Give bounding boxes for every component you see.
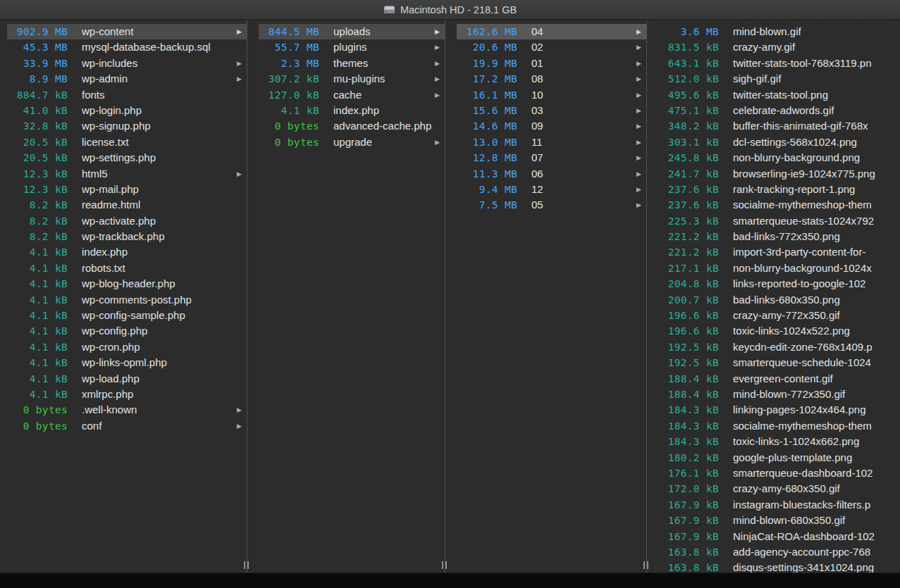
disclosure-triangle-icon[interactable]: ▶ — [636, 118, 641, 134]
disclosure-triangle-icon[interactable]: ▶ — [435, 24, 440, 39]
file-row[interactable]: 2.3 MBthemes▶ — [259, 56, 445, 71]
file-row[interactable]: 55.7 MBplugins▶ — [259, 39, 445, 55]
disclosure-triangle-icon[interactable]: ▶ — [636, 135, 641, 150]
file-row[interactable]: 0 bytesadvanced-cache.php — [259, 118, 445, 134]
column-resize-handle[interactable] — [244, 561, 249, 569]
file-row[interactable]: 4.1 kBwp-load.php — [7, 371, 247, 387]
file-row[interactable]: 184.3 kBsocialme-mythemeshop-them — [658, 418, 900, 434]
disclosure-triangle-icon[interactable]: ▶ — [435, 39, 440, 55]
disclosure-triangle-icon[interactable]: ▶ — [435, 135, 440, 150]
file-row[interactable]: 180.2 kBgoogle-plus-template.png — [658, 450, 900, 465]
disclosure-triangle-icon[interactable]: ▶ — [636, 56, 641, 71]
disclosure-triangle-icon[interactable]: ▶ — [435, 56, 440, 71]
file-row[interactable]: 163.8 kBdisqus-settings-341x1024.png — [658, 560, 900, 573]
file-row[interactable]: 8.2 kBreadme.html — [7, 197, 247, 213]
disclosure-triangle-icon[interactable]: ▶ — [636, 71, 641, 87]
file-row[interactable]: 184.3 kBlinking-pages-1024x464.png — [658, 402, 900, 418]
file-row[interactable]: 221.2 kBimport-3rd-party-content-for- — [658, 244, 900, 260]
disclosure-triangle-icon[interactable]: ▶ — [636, 24, 641, 39]
file-row[interactable]: 19.9 MB01▶ — [457, 56, 646, 71]
file-row[interactable]: 217.1 kBnon-blurry-background-1024x — [658, 261, 900, 276]
file-row[interactable]: 7.5 MB05▶ — [457, 197, 646, 213]
disclosure-triangle-icon[interactable]: ▶ — [237, 418, 242, 434]
file-row[interactable]: 4.1 kBwp-cron.php — [7, 339, 247, 355]
file-row[interactable]: 225.3 kBsmarterqueue-stats-1024x792 — [658, 213, 900, 229]
file-row[interactable]: 8.9 MBwp-admin▶ — [7, 71, 247, 87]
disclosure-triangle-icon[interactable]: ▶ — [435, 71, 440, 87]
file-row[interactable]: 0 bytes.well-known▶ — [7, 402, 247, 418]
file-row[interactable]: 200.7 kBbad-links-680x350.png — [658, 292, 900, 308]
file-row[interactable]: 0 bytesupgrade▶ — [259, 135, 445, 150]
disclosure-triangle-icon[interactable]: ▶ — [237, 71, 242, 87]
file-row[interactable]: 237.6 kBrank-tracking-report-1.png — [658, 182, 900, 197]
disclosure-triangle-icon[interactable]: ▶ — [237, 402, 242, 418]
file-row[interactable]: 196.6 kBcrazy-amy-772x350.gif — [658, 308, 900, 323]
file-row[interactable]: 188.4 kBevergreen-content.gif — [658, 371, 900, 387]
file-row[interactable]: 643.1 kBtwitter-stats-tool-768x3119.pn — [658, 56, 900, 71]
file-row[interactable]: 176.1 kBsmarterqueue-dashboard-102 — [658, 465, 900, 481]
file-row[interactable]: 241.7 kBbrowserling-ie9-1024x775.png — [658, 166, 900, 182]
file-row[interactable]: 844.5 MBuploads▶ — [259, 24, 445, 39]
file-row[interactable]: 221.2 kBbad-links-772x350.png — [658, 229, 900, 244]
file-row[interactable]: 8.2 kBwp-activate.php — [7, 213, 247, 229]
disclosure-triangle-icon[interactable]: ▶ — [435, 87, 440, 103]
disclosure-triangle-icon[interactable]: ▶ — [636, 39, 641, 55]
file-row[interactable]: 167.9 kBNinjaCat-ROA-dashboard-102 — [658, 529, 900, 544]
column-resize-handle[interactable] — [442, 561, 447, 569]
file-row[interactable]: 12.8 MB07▶ — [457, 150, 646, 165]
file-row[interactable]: 0 bytesconf▶ — [7, 418, 247, 434]
file-row[interactable]: 902.9 MBwp-content▶ — [7, 24, 247, 39]
disclosure-triangle-icon[interactable]: ▶ — [636, 103, 641, 118]
file-row[interactable]: 33.9 MBwp-includes▶ — [7, 56, 247, 71]
file-row[interactable]: 167.9 kBinstagram-bluestacks-filters.p — [658, 497, 900, 513]
file-row[interactable]: 475.1 kBcelebrate-adwords.gif — [658, 103, 900, 118]
file-row[interactable]: 237.6 kBsocialme-mythemeshop-them — [658, 197, 900, 213]
file-row[interactable]: 12.3 kBwp-mail.php — [7, 182, 247, 197]
file-row[interactable]: 4.1 kBindex.php — [7, 244, 247, 260]
column-resize-handle[interactable] — [643, 561, 648, 569]
file-row[interactable]: 13.0 MB11▶ — [457, 135, 646, 150]
file-row[interactable]: 4.1 kBwp-config.php — [7, 323, 247, 339]
file-row[interactable]: 184.3 kBtoxic-links-1-1024x662.png — [658, 434, 900, 449]
file-row[interactable]: 167.9 kBmind-blown-680x350.gif — [658, 513, 900, 528]
file-row[interactable]: 192.5 kBsmarterqueue-schedule-1024 — [658, 355, 900, 370]
file-row[interactable]: 4.1 kBxmlrpc.php — [7, 387, 247, 402]
file-row[interactable]: 15.6 MB03▶ — [457, 103, 646, 118]
disclosure-triangle-icon[interactable]: ▶ — [636, 182, 641, 197]
file-row[interactable]: 172.0 kBcrazy-amy-680x350.gif — [658, 481, 900, 496]
window-titlebar[interactable]: Macintosh HD - 218.1 GB — [0, 0, 900, 20]
file-row[interactable]: 192.5 kBkeycdn-edit-zone-768x1409.p — [658, 339, 900, 355]
file-row[interactable]: 41.0 kBwp-login.php — [7, 103, 247, 118]
file-row[interactable]: 4.1 kBwp-comments-post.php — [7, 292, 247, 308]
file-row[interactable]: 204.8 kBlinks-reported-to-google-102 — [658, 276, 900, 292]
file-row[interactable]: 512.0 kBsigh-gif.gif — [658, 71, 900, 87]
disclosure-triangle-icon[interactable]: ▶ — [636, 166, 641, 182]
file-row[interactable]: 831.5 kBcrazy-amy.gif — [658, 39, 900, 55]
file-row[interactable]: 162.6 MB04▶ — [457, 24, 646, 39]
file-row[interactable]: 4.1 kBwp-config-sample.php — [7, 308, 247, 323]
file-row[interactable]: 4.1 kBindex.php — [259, 103, 445, 118]
disclosure-triangle-icon[interactable]: ▶ — [237, 24, 242, 39]
file-row[interactable]: 3.6 MBmind-blown.gif — [658, 24, 900, 39]
file-row[interactable]: 11.3 MB06▶ — [457, 166, 646, 182]
disclosure-triangle-icon[interactable]: ▶ — [636, 87, 641, 103]
file-row[interactable]: 32.8 kBwp-signup.php — [7, 118, 247, 134]
file-row[interactable]: 14.6 MB09▶ — [457, 118, 646, 134]
file-row[interactable]: 884.7 kBfonts — [7, 87, 247, 103]
file-row[interactable]: 20.5 kBlicense.txt — [7, 135, 247, 150]
file-row[interactable]: 4.1 kBwp-links-opml.php — [7, 355, 247, 370]
file-row[interactable]: 188.4 kBmind-blown-772x350.gif — [658, 387, 900, 402]
file-row[interactable]: 17.2 MB08▶ — [457, 71, 646, 87]
file-row[interactable]: 495.6 kBtwitter-stats-tool.png — [658, 87, 900, 103]
file-row[interactable]: 9.4 MB12▶ — [457, 182, 646, 197]
file-row[interactable]: 245.8 kBnon-blurry-background.png — [658, 150, 900, 165]
file-row[interactable]: 303.1 kBdcl-settings-568x1024.png — [658, 135, 900, 150]
file-row[interactable]: 8.2 kBwp-trackback.php — [7, 229, 247, 244]
disclosure-triangle-icon[interactable]: ▶ — [636, 197, 641, 213]
file-row[interactable]: 45.3 MBmysql-database-backup.sql — [7, 39, 247, 55]
file-row[interactable]: 307.2 kBmu-plugins▶ — [259, 71, 445, 87]
file-row[interactable]: 12.3 kBhtml5▶ — [7, 166, 247, 182]
file-row[interactable]: 4.1 kBrobots.txt — [7, 261, 247, 276]
file-row[interactable]: 20.6 MB02▶ — [457, 39, 646, 55]
disclosure-triangle-icon[interactable]: ▶ — [636, 150, 641, 165]
